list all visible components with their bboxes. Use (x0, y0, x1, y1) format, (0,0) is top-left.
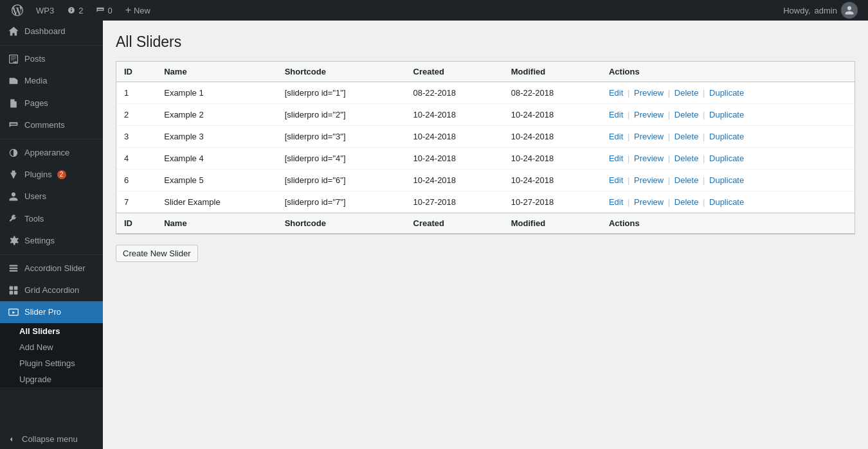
col-footer-modified: Modified (503, 213, 601, 234)
cell-name: Example 1 (156, 82, 276, 104)
action-duplicate[interactable]: Duplicate (709, 110, 744, 119)
col-footer-id: ID (116, 213, 156, 234)
cell-id: 6 (116, 170, 156, 191)
cell-created: 08-22-2018 (406, 82, 503, 104)
adminbar-updates[interactable]: 2 (60, 0, 89, 21)
action-preview[interactable]: Preview (634, 197, 664, 207)
action-duplicate[interactable]: Duplicate (709, 175, 744, 185)
action-preview[interactable]: Preview (634, 154, 664, 163)
col-footer-name: Name (156, 213, 276, 234)
sidebar-item-pages[interactable]: Pages (0, 92, 103, 114)
action-edit[interactable]: Edit (609, 88, 623, 98)
cell-modified: 10-27-2018 (503, 191, 601, 213)
svg-rect-2 (10, 265, 18, 266)
col-header-id: ID (116, 62, 156, 82)
cell-name: Example 5 (156, 170, 276, 191)
adminbar-new[interactable]: + New (119, 0, 157, 21)
action-delete[interactable]: Delete (674, 154, 699, 163)
cell-actions: Edit | Preview | Delete | Duplicate (601, 82, 854, 104)
action-edit[interactable]: Edit (609, 175, 623, 185)
action-preview[interactable]: Preview (634, 110, 664, 119)
sidebar-item-accordion-slider[interactable]: Accordion Slider (0, 258, 103, 279)
cell-created: 10-27-2018 (406, 191, 503, 213)
sidebar-item-tools[interactable]: Tools (0, 208, 103, 230)
cell-created: 10-24-2018 (406, 170, 503, 191)
col-footer-actions: Actions (601, 213, 854, 234)
col-header-shortcode: Shortcode (277, 62, 406, 82)
create-new-slider-button[interactable]: Create New Slider (116, 245, 198, 262)
cell-created: 10-24-2018 (406, 148, 503, 170)
sidebar-item-media[interactable]: Media (0, 70, 103, 92)
action-edit[interactable]: Edit (609, 110, 623, 119)
submenu-plugin-settings[interactable]: Plugin Settings (0, 355, 103, 371)
sidebar-item-users[interactable]: Users (0, 186, 103, 207)
sliders-table: ID Name Shortcode Created Modified Actio… (116, 62, 854, 234)
users-icon (8, 191, 19, 202)
cell-modified: 10-24-2018 (503, 148, 601, 170)
action-edit[interactable]: Edit (609, 197, 623, 207)
collapse-menu-button[interactable]: Collapse menu (0, 429, 103, 449)
col-header-modified: Modified (503, 62, 601, 82)
cell-name: Example 4 (156, 148, 276, 170)
sidebar-item-dashboard[interactable]: Dashboard (0, 21, 103, 42)
action-duplicate[interactable]: Duplicate (709, 197, 744, 207)
cell-id: 2 (116, 104, 156, 126)
svg-rect-6 (14, 286, 18, 290)
svg-rect-5 (10, 286, 14, 290)
col-header-name: Name (156, 62, 276, 82)
plugins-icon (8, 169, 19, 180)
cell-shortcode: [sliderpro id="3"] (277, 126, 406, 148)
slider-icon (8, 306, 19, 318)
col-footer-created: Created (406, 213, 503, 234)
cell-actions: Edit | Preview | Delete | Duplicate (601, 191, 854, 213)
action-duplicate[interactable]: Duplicate (709, 88, 744, 98)
action-delete[interactable]: Delete (674, 88, 699, 98)
action-duplicate[interactable]: Duplicate (709, 154, 744, 163)
table-row: 3 Example 3 [sliderpro id="3"] 10-24-201… (116, 126, 854, 148)
plugins-badge: 2 (57, 170, 66, 179)
cell-created: 10-24-2018 (406, 126, 503, 148)
adminbar-comments[interactable]: 0 (89, 0, 118, 21)
cell-id: 4 (116, 148, 156, 170)
action-duplicate[interactable]: Duplicate (709, 132, 744, 141)
svg-rect-7 (10, 291, 14, 295)
action-preview[interactable]: Preview (634, 132, 664, 141)
adminbar-user[interactable]: Howdy, admin (778, 2, 863, 19)
action-delete[interactable]: Delete (674, 197, 699, 207)
cell-id: 1 (116, 82, 156, 104)
table-row: 6 Example 5 [sliderpro id="6"] 10-24-201… (116, 170, 854, 191)
pages-icon (8, 98, 19, 109)
sidebar-item-settings[interactable]: Settings (0, 230, 103, 252)
adminbar-site-name[interactable]: WP3 (30, 0, 60, 21)
action-delete[interactable]: Delete (674, 175, 699, 185)
appearance-icon (8, 147, 19, 159)
action-edit[interactable]: Edit (609, 132, 623, 141)
cell-modified: 08-22-2018 (503, 82, 601, 104)
submenu-all-sliders[interactable]: All Sliders (0, 323, 103, 339)
table-row: 4 Example 4 [sliderpro id="4"] 10-24-201… (116, 148, 854, 170)
action-preview[interactable]: Preview (634, 175, 664, 185)
cell-id: 7 (116, 191, 156, 213)
sidebar-item-posts[interactable]: Posts (0, 48, 103, 70)
action-delete[interactable]: Delete (674, 132, 699, 141)
cell-actions: Edit | Preview | Delete | Duplicate (601, 170, 854, 191)
sidebar-item-slider-pro[interactable]: Slider Pro (0, 301, 103, 323)
sidebar-item-grid-accordion[interactable]: Grid Accordion (0, 279, 103, 301)
action-preview[interactable]: Preview (634, 88, 664, 98)
sidebar-item-appearance[interactable]: Appearance (0, 142, 103, 164)
grid-icon (8, 285, 19, 296)
sidebar-item-comments[interactable]: Comments (0, 114, 103, 136)
sidebar-item-plugins[interactable]: Plugins 2 (0, 164, 103, 186)
accordion-icon (8, 263, 19, 274)
page-title: All Sliders (116, 33, 855, 51)
cell-shortcode: [sliderpro id="4"] (277, 148, 406, 170)
media-icon (8, 75, 19, 87)
submenu-upgrade[interactable]: Upgrade (0, 371, 103, 387)
action-delete[interactable]: Delete (674, 110, 699, 119)
main-content: All Sliders ID Name Shortcode Created Mo… (103, 21, 868, 449)
action-edit[interactable]: Edit (609, 154, 623, 163)
adminbar-wp-logo[interactable] (5, 0, 30, 21)
sliders-table-wrap: ID Name Shortcode Created Modified Actio… (116, 61, 855, 234)
submenu-add-new[interactable]: Add New (0, 339, 103, 355)
col-header-created: Created (406, 62, 503, 82)
